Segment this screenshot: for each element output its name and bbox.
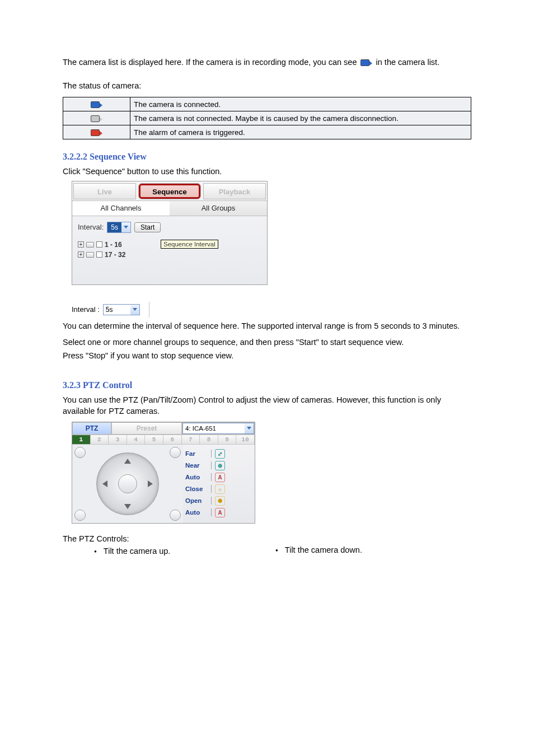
focus-far-icon[interactable]: ⤢ bbox=[215, 449, 225, 459]
status-desc: The camera is not connected. Maybe it is… bbox=[130, 111, 471, 125]
ptz-device-value: 4: ICA-651 bbox=[183, 423, 245, 434]
interval-inline-dropdown[interactable]: 5s bbox=[103, 304, 140, 315]
tab-sequence[interactable]: Sequence bbox=[138, 183, 201, 199]
sequence-panel: Live Sequence Playback All Channels All … bbox=[72, 181, 268, 285]
ptz-speed-6[interactable]: 6 bbox=[163, 435, 182, 444]
status-desc: The alarm of camera is triggered. bbox=[130, 125, 471, 139]
ptz-focus-auto-label: Auto bbox=[185, 474, 208, 480]
ptz-direction-pad bbox=[72, 445, 183, 523]
tab-live[interactable]: Live bbox=[73, 183, 136, 199]
focus-near-icon[interactable]: ⊕ bbox=[215, 461, 225, 470]
chevron-down-icon[interactable] bbox=[245, 423, 254, 433]
ptz-corner-tr[interactable] bbox=[170, 447, 181, 458]
ptz-device-dropdown[interactable]: 4: ICA-651 bbox=[182, 422, 255, 435]
subtab-all-groups[interactable]: All Groups bbox=[170, 200, 267, 216]
sequence-paragraph: Click "Sequence" button to use this func… bbox=[63, 166, 471, 178]
ptz-focus-far-label: Far bbox=[185, 450, 208, 457]
interval-label: Interval: bbox=[78, 223, 104, 231]
focus-auto-icon[interactable]: A bbox=[215, 473, 225, 482]
camera-alarm-icon bbox=[91, 129, 103, 136]
ptz-corner-bl[interactable] bbox=[74, 510, 86, 521]
ptz-focus-iris-controls: Far⤢ Near⊕ AutoA Close☼ Open✺ AutoA bbox=[183, 445, 255, 523]
ptz-paragraph: You can use the PTZ (Pan/Tilt/Zoom) Cont… bbox=[63, 395, 471, 417]
camera-disconnected-icon bbox=[91, 115, 103, 122]
chevron-down-icon[interactable] bbox=[121, 222, 130, 232]
ptz-right-button[interactable] bbox=[148, 480, 153, 487]
intro-paragraph: The camera list is displayed here. If th… bbox=[63, 57, 471, 68]
ptz-speed-5[interactable]: 5 bbox=[145, 435, 163, 444]
interval-inline: Interval : 5s bbox=[72, 302, 149, 318]
ptz-focus-near-label: Near bbox=[185, 462, 208, 469]
ptz-iris-open-label: Open bbox=[185, 497, 208, 504]
folder-icon bbox=[86, 252, 94, 258]
status-desc: The camera is connected. bbox=[130, 97, 471, 111]
tree-node[interactable]: + 17 - 32 bbox=[78, 250, 261, 260]
ptz-speed-1[interactable]: 1 bbox=[72, 435, 91, 444]
interval-inline-label: Interval : bbox=[72, 305, 100, 314]
ptz-iris-close-label: Close bbox=[185, 486, 208, 492]
iris-close-icon[interactable]: ☼ bbox=[215, 484, 225, 494]
status-row: The camera is not connected. Maybe it is… bbox=[63, 111, 471, 125]
tree-checkbox[interactable] bbox=[96, 251, 102, 258]
chevron-down-icon[interactable] bbox=[130, 305, 139, 315]
bullet-tilt-down: Tilt the camera down. bbox=[275, 545, 362, 554]
ptz-speed-3[interactable]: 3 bbox=[109, 435, 127, 444]
camera-connected-icon bbox=[91, 101, 103, 108]
subtab-all-channels[interactable]: All Channels bbox=[72, 200, 170, 216]
status-row: The camera is connected. bbox=[63, 97, 471, 111]
ptz-left-button[interactable] bbox=[102, 480, 107, 487]
ptz-controls-lead: The PTZ Controls: bbox=[63, 534, 471, 545]
status-lead: The status of camera: bbox=[63, 81, 471, 92]
interval-value: 5s bbox=[107, 222, 121, 232]
ptz-panel: PTZ Preset 4: ICA-651 1 2 3 4 5 6 7 8 9 … bbox=[72, 422, 255, 524]
tree-checkbox[interactable] bbox=[96, 241, 102, 248]
sequence-interval-tooltip: Sequence Interval bbox=[161, 240, 218, 249]
tree-label: 17 - 32 bbox=[105, 251, 125, 259]
tab-preset[interactable]: Preset bbox=[111, 422, 182, 435]
tree-expand-icon[interactable]: + bbox=[78, 241, 84, 248]
separator bbox=[149, 302, 149, 318]
start-button[interactable]: Start bbox=[134, 222, 161, 232]
ptz-corner-br[interactable] bbox=[170, 510, 181, 521]
interval-text-c: Press "Stop" if you want to stop sequenc… bbox=[63, 351, 471, 362]
ptz-speed-2[interactable]: 2 bbox=[91, 435, 109, 444]
ptz-speed-4[interactable]: 4 bbox=[127, 435, 146, 444]
interval-text-a: You can determine the interval of sequen… bbox=[63, 321, 471, 332]
status-row: The alarm of camera is triggered. bbox=[63, 125, 471, 139]
ptz-speed-9[interactable]: 9 bbox=[218, 435, 237, 444]
interval-inline-value: 5s bbox=[104, 305, 130, 315]
ptz-iris-auto-label: Auto bbox=[185, 509, 208, 516]
interval-dropdown[interactable]: 5s bbox=[107, 222, 131, 233]
tree-label: 1 - 16 bbox=[105, 241, 122, 249]
ptz-up-button[interactable] bbox=[124, 459, 131, 464]
interval-text-b: Select one or more channel groups to seq… bbox=[63, 337, 471, 348]
ptz-speed-8[interactable]: 8 bbox=[200, 435, 218, 444]
tree-expand-icon[interactable]: + bbox=[78, 251, 84, 258]
camera-recording-icon bbox=[360, 59, 373, 66]
tab-playback[interactable]: Playback bbox=[203, 183, 266, 199]
ptz-control-bullet-row: Tilt the camera down. bbox=[275, 545, 471, 554]
iris-auto-icon[interactable]: A bbox=[215, 508, 225, 517]
sequence-heading: 3.2.2.2 Sequence View bbox=[63, 152, 471, 162]
ptz-wheel bbox=[96, 452, 159, 515]
iris-open-icon[interactable]: ✺ bbox=[215, 496, 225, 506]
tab-ptz[interactable]: PTZ bbox=[72, 422, 111, 435]
ptz-corner-tl[interactable] bbox=[74, 447, 86, 458]
bullet-tilt-up: Tilt the camera up. bbox=[94, 547, 170, 556]
ptz-speed-10[interactable]: 10 bbox=[236, 435, 255, 444]
ptz-heading: 3.2.3 PTZ Control bbox=[63, 380, 471, 390]
ptz-speed-bar: 1 2 3 4 5 6 7 8 9 10 bbox=[72, 435, 255, 445]
ptz-home-button[interactable] bbox=[118, 474, 137, 493]
ptz-speed-7[interactable]: 7 bbox=[182, 435, 200, 444]
ptz-down-button[interactable] bbox=[124, 504, 131, 509]
camera-status-table: The camera is connected. The camera is n… bbox=[63, 97, 471, 139]
folder-icon bbox=[86, 242, 94, 248]
